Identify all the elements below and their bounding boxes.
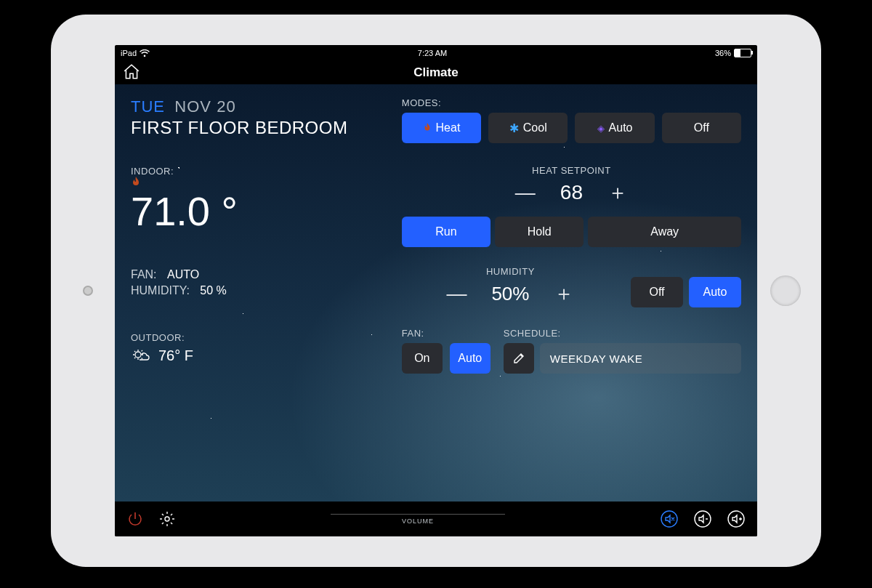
- humidity-section: HUMIDITY — 50% ＋ Off Auto: [402, 266, 741, 307]
- fan-status-value: AUTO: [167, 268, 199, 281]
- mode-auto-label: Auto: [609, 121, 633, 134]
- home-icon[interactable]: [122, 63, 141, 81]
- humidity-increase-button[interactable]: ＋: [554, 280, 574, 307]
- mode-off-label: Off: [694, 121, 709, 134]
- mode-heat-button[interactable]: Heat: [402, 113, 481, 143]
- setpoint-section: HEAT SETPOINT — 68 ＋: [402, 165, 741, 206]
- humidity-decrease-button[interactable]: —: [446, 282, 467, 305]
- fan-status-label: FAN:: [131, 268, 157, 281]
- humidity-status-label: HUMIDITY:: [131, 284, 190, 297]
- app-header: Climate: [115, 61, 757, 84]
- humidity-status-row: HUMIDITY: 50 %: [131, 284, 387, 297]
- humidity-status-value: 50 %: [200, 284, 226, 297]
- fan-schedule-row: FAN: On Auto SCHEDULE:: [402, 328, 741, 374]
- volume-section: VOLUME: [190, 514, 645, 525]
- volume-up-button[interactable]: [727, 510, 746, 528]
- screen: iPad 7:23 AM 36% Climate: [115, 45, 757, 536]
- mute-button[interactable]: [660, 510, 679, 528]
- mode-cool-label: Cool: [523, 121, 547, 134]
- weather-icon: [131, 348, 151, 364]
- svg-point-0: [135, 352, 141, 358]
- outdoor-temp: 76° F: [158, 347, 193, 364]
- indoor-temp: 71.0 °: [131, 191, 387, 232]
- battery-icon: [734, 49, 751, 57]
- humidity-label: HUMIDITY: [402, 266, 619, 277]
- status-time: 7:23 AM: [418, 49, 447, 57]
- auto-icon: ◈: [597, 123, 605, 134]
- setpoint-label: HEAT SETPOINT: [402, 165, 741, 176]
- run-button[interactable]: Run: [402, 217, 490, 247]
- left-column: TUE NOV 20 FIRST FLOOR BEDROOM INDOOR: 7…: [131, 97, 387, 493]
- pencil-icon: [512, 352, 525, 365]
- run-mode-buttons: Run Hold Away: [402, 217, 741, 247]
- indoor-label: INDOOR:: [131, 166, 387, 177]
- indoor-section: INDOOR: 71.0 °: [131, 166, 387, 232]
- schedule-section: SCHEDULE: WEEKDAY WAKE: [504, 328, 741, 374]
- mode-buttons: Heat ✱ Cool ◈ Auto Off: [402, 113, 741, 143]
- power-button[interactable]: [126, 510, 144, 528]
- tablet-camera: [83, 286, 93, 296]
- setpoint-decrease-button[interactable]: —: [515, 181, 536, 204]
- content-area: TUE NOV 20 FIRST FLOOR BEDROOM INDOOR: 7…: [115, 84, 757, 502]
- tablet-frame: iPad 7:23 AM 36% Climate: [51, 15, 821, 567]
- volume-down-button[interactable]: [693, 510, 712, 528]
- volume-label: VOLUME: [402, 517, 434, 525]
- footer-bar: VOLUME: [115, 502, 757, 536]
- humidity-value: 50%: [491, 283, 529, 305]
- setpoint-value: 68: [560, 181, 583, 204]
- volume-slider[interactable]: [331, 514, 505, 515]
- page-title: Climate: [413, 65, 458, 80]
- hold-button[interactable]: Hold: [495, 217, 584, 247]
- modes-label: MODES:: [402, 97, 741, 108]
- fan-status-row: FAN: AUTO: [131, 268, 387, 281]
- outdoor-section: OUTDOOR: 76° F: [131, 332, 387, 364]
- setpoint-increase-button[interactable]: ＋: [607, 179, 628, 206]
- wifi-icon: [140, 49, 150, 57]
- date-row: TUE NOV 20: [131, 97, 387, 116]
- day-of-week: TUE: [131, 97, 165, 116]
- heat-mode-icon: [131, 177, 387, 188]
- svg-point-1: [165, 517, 169, 521]
- humidity-auto-button[interactable]: Auto: [689, 277, 741, 307]
- svg-point-2: [661, 511, 677, 527]
- right-column: MODES: Heat ✱ Cool ◈ Auto Off: [402, 97, 741, 493]
- room-name: FIRST FLOOR BEDROOM: [131, 118, 387, 138]
- snowflake-icon: ✱: [509, 121, 519, 135]
- device-label: iPad: [121, 49, 137, 57]
- battery-percent: 36%: [715, 49, 731, 57]
- date-text: NOV 20: [174, 97, 235, 116]
- outdoor-label: OUTDOOR:: [131, 332, 387, 343]
- mode-cool-button[interactable]: ✱ Cool: [488, 113, 568, 143]
- fan-auto-button[interactable]: Auto: [450, 343, 490, 374]
- status-bar: iPad 7:23 AM 36%: [115, 45, 757, 61]
- humidity-off-button[interactable]: Off: [631, 277, 683, 307]
- mode-heat-label: Heat: [436, 121, 461, 134]
- tablet-home-button[interactable]: [770, 275, 801, 306]
- fan-label: FAN:: [402, 328, 490, 339]
- svg-point-3: [695, 511, 711, 527]
- fan-on-button[interactable]: On: [402, 343, 443, 374]
- flame-icon: [423, 123, 432, 133]
- fan-section: FAN: On Auto: [402, 328, 490, 374]
- away-button[interactable]: Away: [588, 217, 741, 247]
- settings-button[interactable]: [158, 510, 176, 528]
- schedule-edit-button[interactable]: [504, 343, 534, 374]
- schedule-name[interactable]: WEEKDAY WAKE: [540, 343, 741, 374]
- mode-auto-button[interactable]: ◈ Auto: [575, 113, 654, 143]
- schedule-label: SCHEDULE:: [504, 328, 741, 339]
- mode-off-button[interactable]: Off: [662, 113, 741, 143]
